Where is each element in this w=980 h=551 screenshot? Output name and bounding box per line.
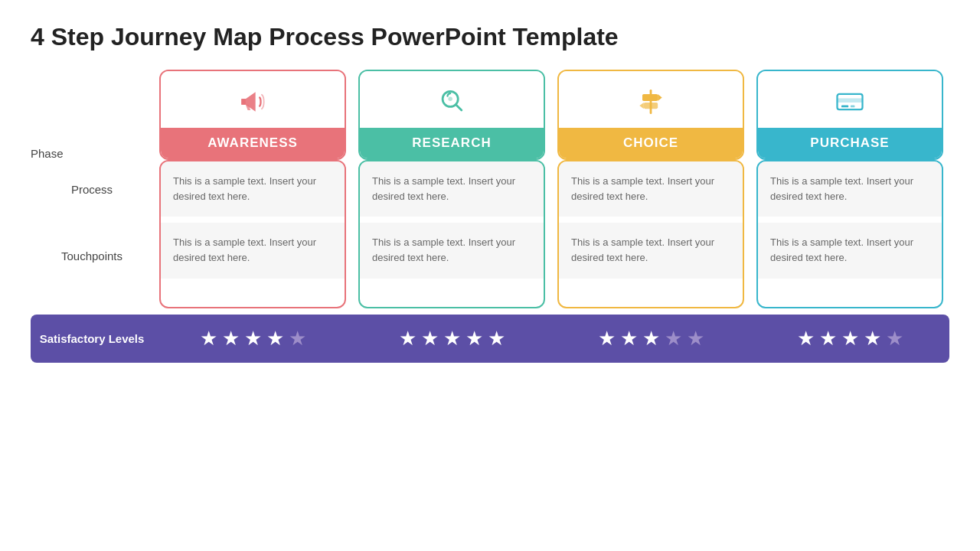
phase-name-choice: CHOICE	[559, 128, 743, 158]
phase-card-purchase: PURCHASE	[756, 70, 943, 160]
touchpoints-text-purchase: This is a sample text. Insert your desir…	[758, 223, 942, 278]
svg-marker-4	[658, 94, 662, 101]
phase-col-research: RESEARCH	[352, 70, 551, 160]
row-labels-col: Process Touchpoints	[31, 160, 153, 308]
star-filled: ★	[864, 327, 881, 350]
signpost-icon	[559, 71, 743, 128]
card-wrap-purchase: This is a sample text. Insert your desir…	[756, 160, 943, 308]
star-filled: ★	[421, 327, 439, 350]
svg-rect-5	[644, 103, 658, 109]
phase-col-awareness: AWARENESS	[153, 70, 352, 160]
stars-purchase: ★★★★★	[750, 315, 949, 363]
stars-research: ★★★★★	[352, 315, 551, 363]
megaphone-icon	[161, 71, 345, 128]
star-empty: ★	[687, 327, 704, 350]
phase-col-purchase: PURCHASE	[750, 70, 949, 160]
phase-name-awareness: AWARENESS	[161, 128, 345, 158]
stars-choice: ★★★★★	[551, 315, 750, 363]
touchpoints-label: Touchpoints	[61, 234, 122, 301]
star-filled: ★	[466, 327, 483, 350]
phase-card-choice: CHOICE	[557, 70, 744, 160]
star-filled: ★	[488, 327, 505, 350]
process-label: Process	[71, 168, 113, 234]
svg-point-1	[448, 97, 452, 101]
card-wrap-research: This is a sample text. Insert your desir…	[358, 160, 545, 308]
touchpoints-text-awareness: This is a sample text. Insert your desir…	[161, 223, 345, 278]
star-empty: ★	[665, 327, 682, 350]
content-col-choice: This is a sample text. Insert your desir…	[551, 160, 750, 308]
card-wrap-choice: This is a sample text. Insert your desir…	[557, 160, 744, 308]
svg-rect-10	[851, 106, 855, 108]
touchpoints-text-choice: This is a sample text. Insert your desir…	[559, 223, 743, 278]
star-filled: ★	[222, 327, 240, 350]
process-text-awareness: This is a sample text. Insert your desir…	[161, 161, 345, 217]
phase-name-purchase: PURCHASE	[758, 128, 942, 158]
satisfactory-row: Satisfactory Levels ★★★★★★★★★★★★★★★★★★★★	[31, 315, 949, 363]
stars-awareness: ★★★★★	[153, 315, 352, 363]
svg-rect-8	[838, 98, 863, 103]
phase-col-choice: CHOICE	[551, 70, 750, 160]
page-title: 4 Step Journey Map Process PowerPoint Te…	[31, 23, 949, 51]
star-filled: ★	[443, 327, 461, 350]
process-text-research: This is a sample text. Insert your desir…	[360, 161, 544, 217]
star-filled: ★	[841, 327, 859, 350]
satisfactory-label: Satisfactory Levels	[31, 318, 153, 359]
phase-label: Phase	[31, 139, 153, 160]
card-icon	[758, 71, 942, 128]
phase-card-research: RESEARCH	[358, 70, 545, 160]
journey-table: Phase AWARENESS RESEARCH	[31, 70, 949, 363]
card-wrap-awareness: This is a sample text. Insert your desir…	[159, 160, 346, 308]
star-filled: ★	[620, 327, 638, 350]
svg-rect-9	[841, 106, 848, 108]
search-icon	[360, 71, 544, 128]
star-filled: ★	[642, 327, 660, 350]
svg-rect-3	[642, 94, 658, 101]
star-filled: ★	[399, 327, 416, 350]
phase-row: Phase AWARENESS RESEARCH	[31, 70, 949, 160]
star-filled: ★	[598, 327, 616, 350]
content-row: Process Touchpoints This is a sample tex…	[31, 160, 949, 308]
content-col-awareness: This is a sample text. Insert your desir…	[153, 160, 352, 308]
star-filled: ★	[797, 327, 815, 350]
content-col-research: This is a sample text. Insert your desir…	[352, 160, 551, 308]
content-col-purchase: This is a sample text. Insert your desir…	[750, 160, 949, 308]
content-columns: This is a sample text. Insert your desir…	[153, 160, 949, 308]
touchpoints-text-research: This is a sample text. Insert your desir…	[360, 223, 544, 278]
process-text-choice: This is a sample text. Insert your desir…	[559, 161, 743, 217]
star-filled: ★	[266, 327, 284, 350]
star-filled: ★	[819, 327, 837, 350]
star-empty: ★	[289, 327, 306, 350]
star-filled: ★	[200, 327, 217, 350]
phase-card-awareness: AWARENESS	[159, 70, 346, 160]
svg-marker-6	[639, 103, 644, 109]
phase-name-research: RESEARCH	[360, 128, 544, 158]
process-text-purchase: This is a sample text. Insert your desir…	[758, 161, 942, 217]
star-empty: ★	[886, 327, 903, 350]
star-filled: ★	[244, 327, 262, 350]
phase-columns: AWARENESS RESEARCH CHOICE	[153, 70, 949, 160]
